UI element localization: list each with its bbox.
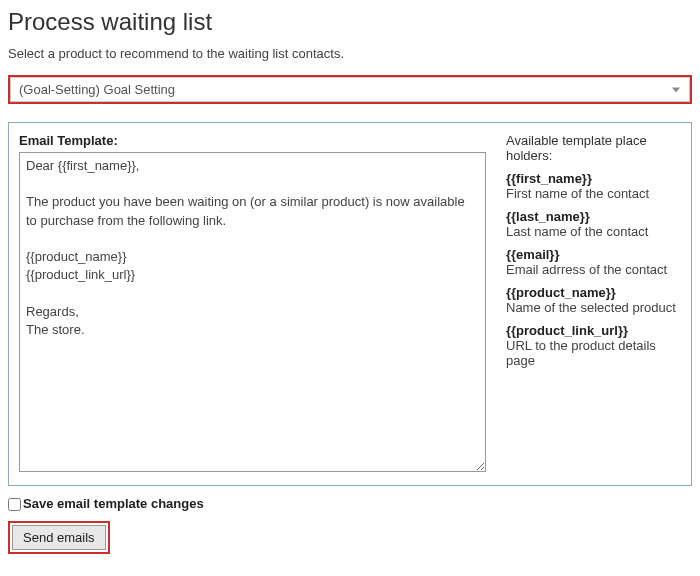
send-button-highlight: Send emails [8, 521, 110, 554]
placeholder-item: {{first_name}} First name of the contact [506, 171, 681, 201]
placeholder-list: {{first_name}} First name of the contact… [506, 171, 681, 368]
placeholder-item: {{last_name}} Last name of the contact [506, 209, 681, 239]
send-emails-button[interactable]: Send emails [12, 525, 106, 550]
placeholder-token: {{last_name}} [506, 209, 681, 224]
placeholder-item: {{email}} Email adrress of the contact [506, 247, 681, 277]
email-template-panel: Email Template: Available template place… [8, 122, 692, 486]
save-template-checkbox[interactable] [8, 498, 21, 511]
placeholder-desc: Last name of the contact [506, 224, 681, 239]
placeholder-token: {{first_name}} [506, 171, 681, 186]
page-title: Process waiting list [8, 8, 692, 36]
product-select[interactable]: (Goal-Setting) Goal Setting [10, 77, 690, 102]
page-subtitle: Select a product to recommend to the wai… [8, 46, 692, 61]
placeholder-item: {{product_name}} Name of the selected pr… [506, 285, 681, 315]
placeholder-desc: Email adrress of the contact [506, 262, 681, 277]
placeholder-item: {{product_link_url}} URL to the product … [506, 323, 681, 368]
placeholder-token: {{email}} [506, 247, 681, 262]
placeholders-heading: Available template place holders: [506, 133, 647, 163]
placeholder-desc: URL to the product details page [506, 338, 681, 368]
save-template-label[interactable]: Save email template changes [8, 496, 204, 511]
email-template-label: Email Template: [19, 133, 486, 148]
save-template-label-text: Save email template changes [23, 496, 204, 511]
product-select-highlight: (Goal-Setting) Goal Setting [8, 75, 692, 104]
placeholder-desc: First name of the contact [506, 186, 681, 201]
placeholder-desc: Name of the selected product [506, 300, 681, 315]
placeholder-token: {{product_link_url}} [506, 323, 681, 338]
placeholder-token: {{product_name}} [506, 285, 681, 300]
email-template-textarea[interactable] [19, 152, 486, 472]
